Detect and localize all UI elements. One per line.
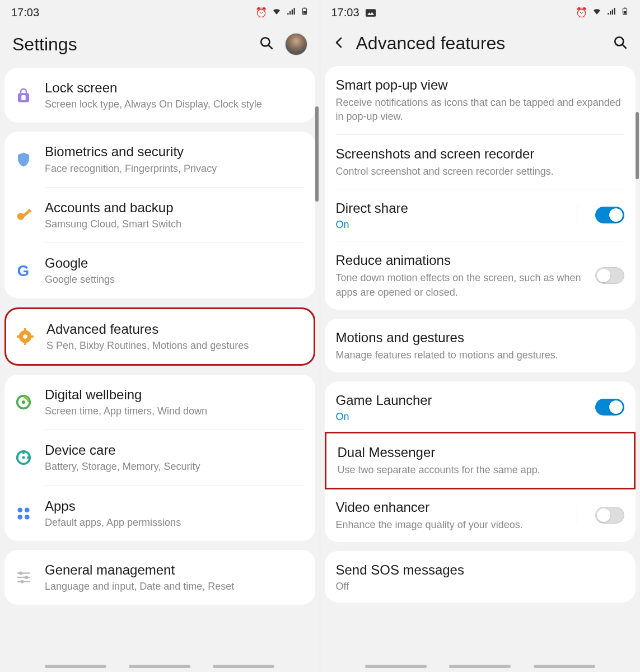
devicecare-icon: [13, 447, 34, 468]
item-title: Motions and gestures: [336, 329, 625, 346]
advanced-item-reduce-animations[interactable]: Reduce animationsTone down motion effect…: [325, 241, 636, 310]
alarm-icon: ⏰: [255, 7, 267, 18]
advanced-item-send-sos[interactable]: Send SOS messagesOff: [325, 551, 636, 603]
svg-rect-13: [24, 328, 26, 332]
scrollbar[interactable]: [315, 106, 319, 202]
battery-icon: [621, 6, 629, 20]
item-title: Reduce animations: [336, 251, 588, 269]
advanced-item-smart-popup[interactable]: Smart pop-up viewReceive notifications a…: [325, 66, 636, 134]
item-subtitle: Control screenshot and screen recorder s…: [336, 165, 625, 179]
settings-item-digital-wellbeing[interactable]: Digital wellbeingScreen time, App timers…: [4, 375, 315, 430]
item-title: Direct share: [336, 199, 569, 217]
item-subtitle: Battery, Storage, Memory, Security: [45, 460, 306, 474]
toggle-switch[interactable]: [595, 207, 624, 223]
svg-rect-2: [303, 11, 306, 14]
advanced-header: Advanced features: [320, 23, 641, 66]
advanced-list[interactable]: Smart pop-up viewReceive notifications a…: [320, 66, 641, 665]
svg-point-30: [20, 580, 24, 584]
statusbar-time: 17:03: [331, 6, 376, 19]
gear-icon: [15, 326, 35, 347]
svg-point-18: [22, 400, 25, 404]
nav-bar[interactable]: [0, 665, 320, 672]
item-title: Device care: [45, 441, 306, 459]
item-title: Digital wellbeing: [45, 386, 306, 403]
toggle-switch[interactable]: [595, 507, 624, 524]
settings-item-google[interactable]: GGoogleGoogle settings: [4, 243, 315, 298]
statusbar-time: 17:03: [11, 6, 39, 19]
item-title: Accounts and backup: [45, 199, 306, 216]
item-title: Video enhancer: [336, 498, 569, 516]
item-subtitle: Use two separate accounts for the same a…: [338, 463, 623, 477]
toggle-switch[interactable]: [595, 267, 624, 284]
item-subtitle: Screen lock type, Always On Display, Clo…: [45, 97, 306, 111]
statusbar-icons: ⏰: [576, 6, 629, 20]
item-subtitle: Default apps, App permissions: [45, 516, 306, 530]
advanced-item-screenshots[interactable]: Screenshots and screen recorderControl s…: [325, 135, 636, 189]
settings-group: Lock screenScreen lock type, Always On D…: [4, 68, 315, 123]
item-title: Game Launcher: [336, 391, 588, 409]
settings-item-device-care[interactable]: Device careBattery, Storage, Memory, Sec…: [4, 430, 315, 485]
item-title: Dual Messenger: [338, 444, 623, 461]
advanced-group: Send SOS messagesOff: [325, 551, 636, 603]
profile-avatar[interactable]: [285, 33, 307, 55]
search-icon[interactable]: [259, 36, 274, 53]
settings-list[interactable]: Lock screenScreen lock type, Always On D…: [0, 68, 320, 665]
toggle-separator: [577, 204, 577, 226]
item-title: Smart pop-up view: [336, 76, 625, 94]
item-title: General management: [45, 561, 306, 578]
item-status: On: [336, 411, 588, 423]
svg-rect-14: [24, 341, 26, 344]
alarm-icon: ⏰: [576, 7, 587, 18]
advanced-group: Game LauncherOnDual MessengerUse two sep…: [325, 381, 636, 542]
scrollbar[interactable]: [636, 112, 639, 179]
svg-rect-34: [624, 11, 627, 14]
settings-item-biometrics[interactable]: Biometrics and securityFace recognition,…: [4, 132, 315, 186]
search-icon[interactable]: [613, 35, 628, 52]
item-subtitle: Enhance the image quality of your videos…: [336, 518, 569, 532]
svg-point-20: [22, 456, 25, 459]
item-title: Google: [45, 254, 306, 272]
settings-group: Advanced featuresS Pen, Bixby Routines, …: [4, 307, 315, 366]
nav-back[interactable]: [534, 665, 595, 668]
item-subtitle: S Pen, Bixby Routines, Motions and gestu…: [46, 339, 305, 353]
advanced-item-video-enhancer[interactable]: Video enhancerEnhance the image quality …: [325, 488, 636, 542]
nav-back[interactable]: [213, 665, 274, 668]
battery-icon: [301, 6, 309, 20]
svg-rect-1: [303, 8, 306, 9]
wifi-icon: [272, 6, 282, 19]
svg-point-12: [23, 334, 27, 339]
svg-point-21: [17, 507, 22, 512]
svg-point-22: [25, 507, 30, 512]
settings-group: General managementLanguage and input, Da…: [4, 550, 315, 605]
signal-icon: [606, 6, 616, 19]
wifi-icon: [592, 6, 602, 19]
key-icon: [13, 205, 34, 225]
back-icon[interactable]: [333, 36, 346, 52]
nav-recent[interactable]: [365, 665, 427, 668]
advanced-item-game-launcher[interactable]: Game LauncherOn: [325, 381, 636, 433]
settings-item-apps[interactable]: AppsDefault apps, App permissions: [4, 486, 315, 541]
svg-line-36: [622, 44, 626, 48]
nav-home[interactable]: [129, 665, 190, 668]
nav-home[interactable]: [449, 665, 511, 668]
item-subtitle: Screen time, App timers, Wind down: [45, 404, 306, 418]
advanced-item-motions-gestures[interactable]: Motions and gesturesManage features rela…: [325, 319, 636, 372]
advanced-item-direct-share[interactable]: Direct shareOn: [325, 189, 636, 241]
settings-item-general-management[interactable]: General managementLanguage and input, Da…: [4, 550, 315, 605]
svg-rect-33: [624, 8, 626, 9]
lock-icon: [13, 85, 34, 105]
svg-rect-31: [366, 9, 376, 17]
toggle-switch[interactable]: [595, 399, 624, 416]
settings-item-accounts-backup[interactable]: Accounts and backupSamsung Cloud, Smart …: [4, 188, 315, 242]
page-title: Advanced features: [356, 33, 506, 54]
advanced-item-dual-messenger[interactable]: Dual MessengerUse two separate accounts …: [325, 432, 636, 489]
nav-recent[interactable]: [45, 665, 106, 668]
svg-rect-6: [21, 95, 26, 100]
shield-icon: [13, 150, 34, 170]
settings-item-lock-screen[interactable]: Lock screenScreen lock type, Always On D…: [4, 68, 315, 123]
settings-item-advanced-features[interactable]: Advanced featuresS Pen, Bixby Routines, …: [6, 309, 314, 364]
settings-header: Settings: [0, 23, 320, 68]
phone-settings-main: 17:03 ⏰ Settings Lock screenScreen lock …: [0, 0, 320, 672]
item-subtitle: Samsung Cloud, Smart Switch: [45, 217, 306, 231]
nav-bar[interactable]: [320, 665, 641, 672]
